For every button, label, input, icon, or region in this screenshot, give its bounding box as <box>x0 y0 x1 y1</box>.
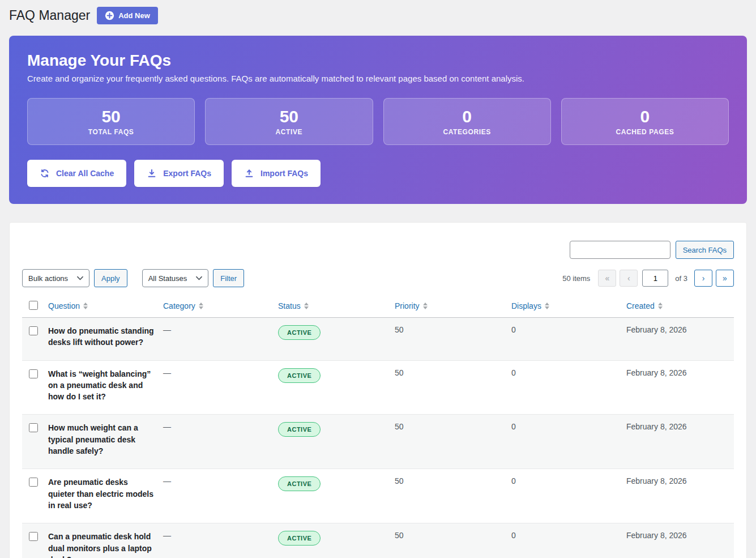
column-header-displays[interactable]: Displays <box>511 301 549 310</box>
stat-value: 50 <box>211 107 366 126</box>
created-cell: February 8, 2026 <box>626 469 734 523</box>
stat-card-total-faqs: 50 TOTAL FAQS <box>27 98 195 145</box>
table-row: How do pneumatic standing desks lift wit… <box>22 318 734 361</box>
faq-question-link[interactable]: Are pneumatic desks quieter than electri… <box>48 478 153 510</box>
plus-circle-icon <box>105 11 114 20</box>
priority-cell: 50 <box>395 523 511 558</box>
displays-cell: 0 <box>511 469 626 523</box>
column-header-priority[interactable]: Priority <box>395 301 428 310</box>
category-cell: — <box>163 360 278 415</box>
next-page-button[interactable]: › <box>694 270 712 287</box>
refresh-icon <box>40 168 50 178</box>
sort-icon <box>658 303 663 309</box>
first-page-button[interactable]: « <box>598 270 616 287</box>
list-toolbar: Bulk actions Apply All Statuses Filter 5… <box>22 269 734 287</box>
category-cell: — <box>163 523 278 558</box>
row-checkbox[interactable] <box>29 532 38 541</box>
sort-icon <box>83 303 88 309</box>
stat-label: TOTAL FAQS <box>33 128 189 136</box>
category-cell: — <box>163 415 278 469</box>
banner-actions: Clear All Cache Export FAQs Import FAQs <box>27 160 729 187</box>
table-header-row: Question Category Status Priority Displa… <box>22 294 734 318</box>
page-header: FAQ Manager Add New <box>9 7 747 24</box>
clear-all-cache-button[interactable]: Clear All Cache <box>27 160 126 187</box>
search-row: Search FAQs <box>22 241 734 259</box>
category-cell: — <box>163 469 278 523</box>
stat-label: CACHED PAGES <box>567 128 723 136</box>
priority-cell: 50 <box>395 360 511 415</box>
stat-label: ACTIVE <box>211 128 366 136</box>
sort-icon <box>199 303 203 309</box>
faq-question-link[interactable]: What is “weight balancing” on a pneumati… <box>48 369 151 402</box>
column-header-status[interactable]: Status <box>278 301 309 310</box>
current-page-input[interactable] <box>642 270 668 287</box>
bulk-actions-label: Bulk actions <box>28 274 68 283</box>
status-badge: ACTIVE <box>278 368 321 383</box>
sort-icon <box>304 303 309 309</box>
stat-label: CATEGORIES <box>390 128 545 136</box>
banner-subtitle: Create and organize your frequently aske… <box>27 74 729 83</box>
faq-question-link[interactable]: How much weight can a typical pneumatic … <box>48 423 138 455</box>
download-icon <box>147 168 157 178</box>
import-faqs-label: Import FAQs <box>260 169 308 178</box>
created-cell: February 8, 2026 <box>626 415 734 469</box>
displays-cell: 0 <box>511 415 626 469</box>
priority-cell: 50 <box>395 469 511 523</box>
row-checkbox[interactable] <box>29 369 38 378</box>
priority-cell: 50 <box>395 415 511 469</box>
row-checkbox[interactable] <box>29 423 38 432</box>
table-row: Are pneumatic desks quieter than electri… <box>22 469 734 523</box>
stat-value: 0 <box>390 107 545 126</box>
stats-row: 50 TOTAL FAQS 50 ACTIVE 0 CATEGORIES 0 C… <box>27 98 729 145</box>
displays-cell: 0 <box>511 523 626 558</box>
stat-card-active: 50 ACTIVE <box>205 98 373 145</box>
category-cell: — <box>163 318 278 361</box>
displays-cell: 0 <box>511 360 626 415</box>
stat-card-categories: 0 CATEGORIES <box>383 98 551 145</box>
last-page-button[interactable]: » <box>716 270 734 287</box>
chevron-down-icon <box>77 276 83 280</box>
clear-all-cache-label: Clear All Cache <box>56 169 114 178</box>
stat-value: 0 <box>567 107 723 126</box>
status-filter-select[interactable]: All Statuses <box>142 269 209 287</box>
column-header-created[interactable]: Created <box>626 301 663 310</box>
import-faqs-button[interactable]: Import FAQs <box>232 160 321 187</box>
select-all-checkbox[interactable] <box>29 301 38 310</box>
export-faqs-button[interactable]: Export FAQs <box>134 160 224 187</box>
stat-value: 50 <box>33 107 189 126</box>
row-checkbox[interactable] <box>29 478 38 487</box>
sort-icon <box>423 303 428 309</box>
faq-table: Question Category Status Priority Displa… <box>22 294 734 558</box>
add-new-button[interactable]: Add New <box>97 7 158 24</box>
priority-cell: 50 <box>395 318 511 361</box>
status-badge: ACTIVE <box>278 422 321 437</box>
apply-button[interactable]: Apply <box>94 269 127 287</box>
table-row: Can a pneumatic desk hold dual monitors … <box>22 523 734 558</box>
prev-page-button[interactable]: ‹ <box>620 270 638 287</box>
faq-list-panel: Search FAQs Bulk actions Apply All Statu… <box>9 222 747 558</box>
toolbar-left: Bulk actions Apply All Statuses Filter <box>22 269 244 287</box>
admin-page: FAQ Manager Add New Manage Your FAQs Cre… <box>0 0 756 558</box>
items-count: 50 items <box>562 274 590 283</box>
bulk-actions-select[interactable]: Bulk actions <box>22 269 89 287</box>
faq-question-link[interactable]: Can a pneumatic desk hold dual monitors … <box>48 532 152 558</box>
column-header-question[interactable]: Question <box>48 301 88 310</box>
search-faqs-button[interactable]: Search FAQs <box>676 241 734 259</box>
status-badge: ACTIVE <box>278 531 321 546</box>
total-pages-text: of 3 <box>675 274 687 283</box>
sort-icon <box>545 303 549 309</box>
created-cell: February 8, 2026 <box>626 318 734 361</box>
chevron-down-icon <box>196 276 202 280</box>
search-input[interactable] <box>570 241 670 259</box>
status-filter-label: All Statuses <box>148 274 187 283</box>
row-checkbox[interactable] <box>29 326 38 335</box>
add-new-label: Add New <box>118 11 150 20</box>
status-badge: ACTIVE <box>278 476 321 491</box>
status-badge: ACTIVE <box>278 325 321 340</box>
filter-button[interactable]: Filter <box>213 269 244 287</box>
faq-question-link[interactable]: How do pneumatic standing desks lift wit… <box>48 326 154 347</box>
column-header-category[interactable]: Category <box>163 301 203 310</box>
upload-icon <box>244 168 254 178</box>
displays-cell: 0 <box>511 318 626 361</box>
page-title: FAQ Manager <box>9 8 90 23</box>
